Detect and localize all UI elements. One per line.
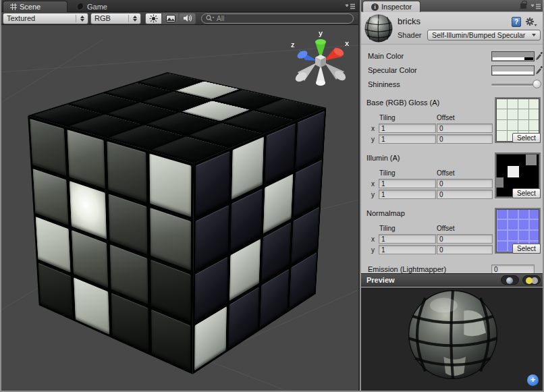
tiling-x-input[interactable]: [379, 234, 436, 244]
chevron-down-icon: [532, 34, 536, 36]
material-header: bricks Shader Self-Illumin/Bumped Specul…: [361, 12, 544, 45]
y-label: y: [371, 191, 375, 198]
specular-color-row: Specular Color: [361, 63, 544, 78]
material-preview-sphere: [407, 289, 499, 381]
info-icon: i: [371, 3, 379, 11]
cube-tile: [30, 119, 66, 176]
axis-x-label: x: [345, 39, 350, 47]
color-mode-value: RGB: [94, 14, 111, 22]
preview-title: Preview: [366, 276, 395, 284]
section-title: Base (RGB) Gloss (A): [366, 99, 439, 107]
lighting-toggle-button[interactable]: [145, 13, 162, 24]
shader-dropdown[interactable]: Self-Illumin/Bumped Specular: [427, 30, 541, 40]
tiling-header: Tiling: [379, 114, 396, 121]
cube-tile: [150, 208, 191, 271]
preview-header[interactable]: Preview: [361, 273, 544, 287]
lock-icon[interactable]: [520, 3, 526, 9]
tiling-y-input[interactable]: [379, 245, 436, 254]
scene-viewport[interactable]: y x z: [1, 25, 358, 391]
speaker-icon: [183, 14, 192, 22]
tab-scene[interactable]: Scene: [3, 1, 67, 12]
select-texture-button[interactable]: Select: [512, 244, 541, 254]
emission-input[interactable]: [491, 264, 535, 274]
offset-x-input[interactable]: [437, 179, 493, 188]
select-texture-button[interactable]: Select: [512, 188, 541, 198]
audio-toggle-button[interactable]: [179, 13, 196, 24]
offset-header: Offset: [437, 114, 455, 121]
tab-game-label: Game: [87, 3, 107, 11]
scene-search-field[interactable]: All: [201, 13, 354, 24]
axis-gizmo[interactable]: y x z: [287, 28, 354, 90]
tiling-y-input[interactable]: [379, 134, 436, 144]
preview-light-toggle-button[interactable]: [522, 275, 541, 285]
sphere-icon: [506, 277, 513, 284]
tiling-y-input[interactable]: [379, 190, 436, 199]
search-value: All: [217, 15, 224, 22]
section-illumin: Illumin (A) Tiling Offset x y Select: [361, 154, 544, 199]
offset-y-input[interactable]: [437, 134, 493, 144]
gear-icon[interactable]: [525, 17, 537, 27]
help-icon[interactable]: ?: [512, 17, 521, 27]
main-color-row: Main Color: [361, 49, 544, 63]
offset-y-input[interactable]: [437, 190, 493, 199]
game-icon: [78, 3, 84, 10]
unity-editor-window: Scene Game Textured RGB: [0, 0, 544, 392]
scene-cube-object[interactable]: [103, 92, 265, 331]
tab-game[interactable]: Game: [71, 1, 132, 12]
cube-tile: [67, 130, 105, 188]
x-label: x: [371, 235, 375, 243]
scene-tabstrip: Scene Game: [1, 0, 358, 12]
section-title: Illumin (A): [366, 154, 400, 162]
tiling-x-input[interactable]: [379, 123, 436, 133]
color-mode-dropdown[interactable]: RGB: [90, 13, 141, 24]
shininess-label: Shininess: [368, 80, 400, 88]
tiling-header: Tiling: [379, 169, 396, 177]
shininess-slider-handle[interactable]: [533, 80, 541, 88]
draw-mode-value: Textured: [7, 14, 35, 22]
inspector-tabstrip: i Inspector: [361, 0, 544, 12]
axis-z-label: z: [291, 40, 295, 49]
preview-body[interactable]: +: [361, 287, 544, 391]
preview-mesh-button[interactable]: [501, 275, 519, 285]
shininess-row: Shininess: [361, 78, 544, 92]
light-on-icon: [526, 277, 533, 284]
draw-mode-dropdown[interactable]: Textured: [3, 13, 88, 24]
main-color-swatch[interactable]: [491, 51, 535, 61]
x-label: x: [371, 125, 375, 132]
skybox-toggle-button[interactable]: [162, 13, 179, 24]
eyedropper-icon[interactable]: [535, 51, 543, 61]
updown-arrow-icon: [76, 15, 84, 22]
cube-tile: [109, 194, 148, 254]
material-name: bricks: [398, 16, 420, 26]
section-base-gloss: Base (RGB) Gloss (A) Tiling Offset x y S…: [361, 99, 544, 144]
scene-panel: Scene Game Textured RGB: [1, 0, 358, 391]
tab-inspector-label: Inspector: [381, 3, 412, 11]
scene-toggle-group: [145, 13, 196, 24]
y-label: y: [371, 136, 375, 143]
scene-panel-menu-icon[interactable]: [345, 3, 356, 9]
offset-x-input[interactable]: [437, 234, 493, 244]
specular-color-swatch[interactable]: [491, 65, 535, 76]
tiling-x-input[interactable]: [379, 179, 436, 188]
preview-add-button[interactable]: +: [527, 374, 539, 386]
material-properties: Main Color Specular Color Shininess: [361, 45, 544, 277]
section-normalmap: Normalmap Tiling Offset x y Select: [361, 209, 544, 254]
material-preview-thumbnail: [364, 14, 393, 43]
offset-x-input[interactable]: [437, 123, 493, 133]
search-icon: [206, 15, 215, 22]
updown-arrow-icon: [128, 15, 137, 22]
tiling-header: Tiling: [379, 225, 396, 232]
inspector-panel-menu-icon[interactable]: [531, 3, 541, 9]
preview-panel: Preview: [361, 273, 544, 391]
shininess-slider[interactable]: [491, 84, 540, 86]
shader-label: Shader: [398, 31, 421, 39]
tab-inspector[interactable]: i Inspector: [362, 1, 420, 12]
section-title: Normalmap: [366, 209, 405, 217]
select-texture-button[interactable]: Select: [512, 133, 541, 143]
offset-y-input[interactable]: [437, 245, 493, 254]
image-icon: [166, 15, 175, 22]
main-color-label: Main Color: [368, 52, 404, 60]
eyedropper-icon[interactable]: [535, 65, 543, 75]
offset-header: Offset: [437, 225, 455, 232]
sun-icon: [149, 14, 158, 23]
